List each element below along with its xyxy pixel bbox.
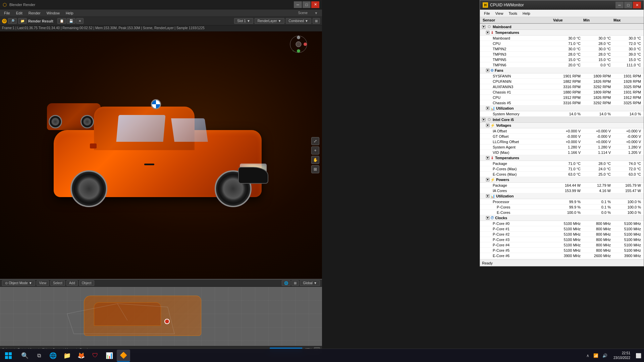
render-option-btn[interactable]: ⊞ (313, 18, 320, 24)
slot-dropdown[interactable]: Slot 1 ▼ (234, 18, 253, 24)
expand-temperatures-mb-icon[interactable]: ▼ (486, 31, 489, 34)
viewport-3d-section: ⊙ Object Mode ▼ View Select Add Object 🌐… (0, 279, 322, 346)
start-button[interactable] (0, 352, 17, 359)
clock-display[interactable]: 22:51 23/10/2022 (611, 351, 633, 360)
row-ia-offset: IA Offset +0.000 V +0.000 V +0.000 V (480, 128, 644, 134)
expand-powers-icon[interactable]: ▼ (486, 178, 489, 181)
section-header-intel: ▼ ⬡ Intel Core i5 (480, 117, 644, 123)
discord-btn[interactable]: 🦊 (74, 350, 88, 362)
hwmonitor-close-btn[interactable]: ✕ (633, 2, 641, 8)
table-header: Sensor Value Min Max (480, 17, 644, 24)
tmpin2-name: TMPIN2 (481, 47, 552, 51)
view-menu-btn[interactable]: View (37, 280, 49, 286)
navigation-sphere[interactable]: Z X Y (288, 34, 309, 54)
ecore6-max: 3900 MHz (613, 254, 643, 258)
blender-menu-item-render[interactable]: Render (26, 10, 43, 16)
zoom-to-fit-btn[interactable]: ⤢ (311, 137, 319, 145)
minimize-button[interactable]: ─ (294, 1, 302, 8)
tmpin5-name: TMPIN5 (481, 58, 552, 62)
chevron-up-icon[interactable]: ∧ (586, 353, 590, 359)
blender-menu-item-help[interactable]: Help (63, 10, 76, 16)
render-layer-dropdown[interactable]: RenderLayer ▼ (255, 18, 284, 24)
svg-line-8 (67, 304, 117, 314)
blender-taskbar-btn[interactable]: 🔶 (117, 350, 130, 362)
object-menu-btn[interactable]: Object (79, 280, 94, 286)
maximize-button[interactable]: □ (303, 1, 311, 8)
select-menu-btn[interactable]: Select (50, 280, 65, 286)
viewport-3d-content[interactable] (0, 287, 322, 346)
add-menu-btn[interactable]: Add (66, 280, 78, 286)
hwmonitor-minimize-btn[interactable]: ─ (615, 2, 624, 8)
blender-menu-item-edit[interactable]: Edit (13, 10, 25, 16)
pan-tool-btn[interactable]: ✋ (311, 156, 319, 164)
blender-menu-item-window[interactable]: Window (44, 10, 62, 16)
close-button[interactable]: ✕ (311, 1, 319, 8)
tmpin6-name: TMPIN6 (481, 63, 552, 67)
pcores-util-min: 0.1 % (583, 205, 613, 209)
render-viewport[interactable]: ⤢ + ✋ ⊞ Z X Y (0, 32, 322, 279)
open-folder-btn[interactable]: 📁 (18, 18, 27, 24)
expand-temp-intel-icon[interactable]: ▼ (486, 156, 489, 160)
car-wheel-front-left (70, 170, 107, 207)
expand-intel-icon[interactable]: ▼ (482, 118, 485, 121)
scene-label: Scene (296, 10, 310, 15)
hwmonitor-maximize-btn[interactable]: □ (624, 2, 632, 8)
sysfanin-value: 1901 RPM (552, 74, 583, 78)
subsection-util-mb: ▼ 📊 Utilization (480, 106, 644, 111)
viewport-overlay-btn[interactable]: ⊞ (291, 280, 299, 286)
hwmon-menu-help[interactable]: Help (520, 11, 533, 16)
network-icon[interactable]: 📶 (593, 353, 599, 359)
pcores-max-temp-min: 24.0 °C (583, 167, 613, 171)
render-header-bar: ⬡ 🔎 📁 Render Result 📋 💾 ✕ Slot 1 ▼ Rende… (0, 17, 322, 25)
fileexplorer-btn[interactable]: 📁 (60, 350, 74, 362)
blender-titlebar: ⬡ Blender Render ─ □ ✕ (0, 0, 322, 9)
ecores-max-temp-value: 63.0 °C (552, 172, 583, 176)
sound-icon[interactable]: 🔊 (602, 353, 608, 359)
hwmon-menu-file[interactable]: File (481, 11, 493, 16)
edge-btn[interactable]: 🌐 (46, 350, 60, 362)
expand-util-intel-icon[interactable]: ▼ (486, 194, 489, 198)
row-cpu-fan: CPU 1912 RPM 1826 RPM 1912 RPM (480, 95, 644, 100)
expand-voltages-icon[interactable]: ▼ (486, 124, 489, 127)
global-space-dropdown[interactable]: Global ▼ (300, 280, 320, 286)
render-slot-controls: Slot 1 ▼ RenderLayer ▼ Combined ▼ ⊞ (234, 18, 320, 24)
view-more-btn[interactable]: ⊞ (311, 165, 319, 173)
expand-fans-icon[interactable]: ▼ (486, 69, 489, 72)
object-mode-dropdown[interactable]: ⊙ Object Mode ▼ (2, 280, 35, 286)
viewport-header: ⊙ Object Mode ▼ View Select Add Object 🌐… (0, 280, 322, 287)
chart-btn[interactable]: 📊 (103, 350, 116, 362)
viewport-shading-btn[interactable]: 🌐 (282, 280, 290, 286)
hwmon-menu-tools[interactable]: Tools (506, 11, 520, 16)
composite-dropdown[interactable]: Combined ▼ (286, 18, 312, 24)
bmw-logo (151, 99, 161, 109)
blender-menu-item-file[interactable]: File (1, 10, 13, 16)
copy-render-btn[interactable]: 📋 (57, 18, 66, 24)
clock-date: 23/10/2022 (613, 356, 630, 360)
expand-mainboard-icon[interactable]: ▼ (482, 25, 485, 28)
render-controls-btn[interactable]: 🔎 (8, 18, 17, 24)
expand-clocks-icon[interactable]: ▼ (486, 216, 489, 220)
save-render-btn[interactable]: 💾 (67, 18, 75, 24)
taskbar: 🔍 ⧉ 🌐 📁 🦊 🛡 📊 🔶 ∧ 📶 🔊 22:51 23/10/2022 (0, 349, 644, 362)
expand-util-mb-icon[interactable]: ▼ (486, 107, 489, 110)
row-sysfanin: SYSFANIN 1901 RPM 1809 RPM 1931 RPM (480, 73, 644, 79)
row-chassis1: Chassis #1 1880 RPM 1809 RPM 1931 RPM (480, 89, 644, 95)
zoom-in-btn[interactable]: + (311, 146, 319, 155)
util-mb-icon: 📊 (490, 106, 495, 111)
processor-util-name: Processor (481, 200, 552, 204)
chevron-down-icon: ▼ (247, 19, 250, 23)
hwmonitor-content[interactable]: ▼ ⬡ Mainboard ▼ 🌡 Temperatures Mainboard… (480, 24, 644, 259)
antivirus-btn[interactable]: 🛡 (89, 350, 102, 362)
row-ecores-util: E-Cores 100.0 % 0.0 % 100.0 % (480, 210, 644, 215)
taskview-btn[interactable]: ⧉ (32, 350, 46, 362)
delete-render-btn[interactable]: ✕ (76, 18, 84, 24)
search-taskbar-btn[interactable]: 🔍 (18, 350, 32, 362)
tmpin5-max: 15.0 °C (613, 58, 643, 62)
pcore3-max: 5100 MHz (613, 238, 643, 242)
3d-cursor (164, 319, 170, 324)
hwmonitor-status-text: Ready (482, 261, 493, 265)
hwmon-menu-view[interactable]: View (493, 11, 506, 16)
row-chassis5: Chassis #5 3316 RPM 3292 RPM 3325 RPM (480, 100, 644, 106)
car-model (44, 97, 278, 214)
show-desktop-btn[interactable]: ⬜ (636, 353, 641, 358)
